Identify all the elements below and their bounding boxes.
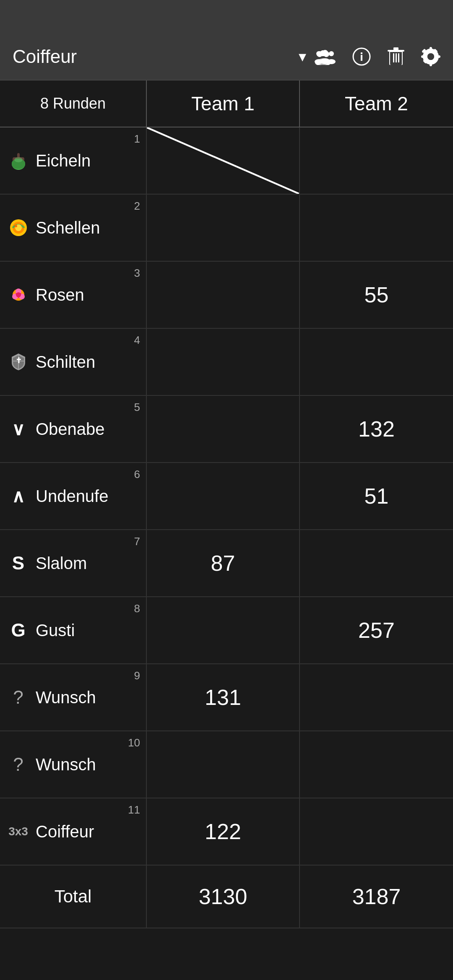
table-row: ? Wunsch 10	[0, 731, 453, 798]
svg-rect-16	[361, 52, 362, 54]
table-row: ? Wunsch 9 131	[0, 664, 453, 731]
svg-point-37	[427, 53, 434, 60]
schellen-team2-cell[interactable]	[300, 195, 453, 261]
total-row: Total 3130 3187	[0, 866, 453, 928]
row-name-wunsch1: Wunsch	[36, 688, 96, 707]
row-name-undenufe: Undenufe	[36, 487, 108, 506]
toolbar: Coiffeur ▾	[0, 34, 453, 80]
schilten-team1-cell[interactable]	[147, 329, 300, 395]
table-row: ∧ Undenufe 6 51	[0, 463, 453, 530]
svg-point-10	[329, 51, 334, 56]
row-label-undenufe[interactable]: ∧ Undenufe 6	[0, 463, 147, 529]
toolbar-icons	[315, 47, 440, 67]
bell-icon	[7, 218, 30, 238]
row-name-slalom: Slalom	[36, 554, 87, 573]
row-number-3: 3	[134, 267, 140, 280]
row-label-gusti[interactable]: G Gusti 8	[0, 597, 147, 663]
row-number-9: 9	[134, 669, 140, 682]
status-bar	[0, 0, 453, 34]
team2-header[interactable]: Team 2	[300, 81, 453, 127]
row-label-eicheln[interactable]: Eicheln 1	[0, 127, 147, 194]
slalom-team2-cell[interactable]	[300, 530, 453, 596]
rounds-header: 8 Runden	[0, 81, 147, 127]
score-table: 8 Runden Team 1 Team 2 Eicheln 1	[0, 80, 453, 928]
info-icon[interactable]	[352, 47, 371, 66]
svg-point-13	[327, 59, 336, 64]
row-label-rosen[interactable]: Rosen 3	[0, 262, 147, 328]
svg-point-56	[16, 292, 21, 297]
svg-point-42	[14, 157, 23, 162]
svg-rect-15	[361, 55, 362, 61]
row-number-5: 5	[134, 401, 140, 414]
table-row: ∨ Obenabe 5 132	[0, 396, 453, 463]
gusti-team2-cell[interactable]: 257	[300, 597, 453, 663]
row-label-obenabe[interactable]: ∨ Obenabe 5	[0, 396, 147, 462]
rosen-team1-cell[interactable]	[147, 262, 300, 328]
slalom-team1-cell[interactable]: 87	[147, 530, 300, 596]
row-name-gusti: Gusti	[36, 621, 75, 640]
chevron-down-icon: ∨	[7, 419, 30, 439]
row-label-slalom[interactable]: S Slalom 7	[0, 530, 147, 596]
shield-icon: ✝	[7, 352, 30, 372]
wunsch2-team2-cell[interactable]	[300, 731, 453, 798]
row-number-6: 6	[134, 468, 140, 481]
svg-rect-23	[393, 53, 394, 62]
schellen-team1-cell[interactable]	[147, 195, 300, 261]
wunsch2-team1-cell[interactable]	[147, 731, 300, 798]
wunsch1-team2-cell[interactable]	[300, 664, 453, 730]
rose-icon	[7, 285, 30, 305]
rosen-team2-cell[interactable]: 55	[300, 262, 453, 328]
row-label-coiffeur[interactable]: 3x3 Coiffeur 11	[0, 798, 147, 865]
table-row: S Slalom 7 87	[0, 530, 453, 597]
svg-rect-24	[396, 53, 397, 62]
row-label-wunsch2[interactable]: ? Wunsch 10	[0, 731, 147, 798]
svg-rect-25	[398, 53, 399, 62]
chevron-up-icon: ∧	[7, 486, 30, 507]
question-icon-1: ?	[7, 687, 30, 708]
svg-rect-22	[393, 47, 398, 50]
dropdown-icon[interactable]: ▾	[299, 48, 306, 65]
row-number-4: 4	[134, 334, 140, 347]
row-label-schellen[interactable]: Schellen 2	[0, 195, 147, 261]
gear-icon[interactable]	[421, 47, 440, 66]
undenufe-team2-cell[interactable]: 51	[300, 463, 453, 529]
eicheln-team2-cell[interactable]	[300, 127, 453, 194]
obenabe-team2-cell[interactable]: 132	[300, 396, 453, 462]
row-label-wunsch1[interactable]: ? Wunsch 9	[0, 664, 147, 730]
question-icon-2: ?	[7, 754, 30, 775]
row-name-eicheln: Eicheln	[36, 151, 91, 170]
table-row: Eicheln 1	[0, 127, 453, 195]
toolbar-title: Coiffeur	[13, 46, 294, 67]
trash-icon[interactable]	[388, 47, 404, 67]
gusti-team1-cell[interactable]	[147, 597, 300, 663]
row-number-8: 8	[134, 602, 140, 615]
row-name-rosen: Rosen	[36, 286, 84, 304]
svg-text:✝: ✝	[15, 356, 21, 365]
coiffeur-team2-cell[interactable]	[300, 798, 453, 865]
obenabe-team1-cell[interactable]	[147, 396, 300, 462]
groups-icon[interactable]	[315, 48, 336, 65]
wunsch1-team1-cell[interactable]: 131	[147, 664, 300, 730]
table-row: Rosen 3 55	[0, 262, 453, 329]
svg-point-8	[316, 51, 321, 56]
svg-point-47	[15, 225, 17, 227]
coiffeur-team1-cell[interactable]: 122	[147, 798, 300, 865]
g-icon: G	[7, 620, 30, 641]
undenufe-team1-cell[interactable]	[147, 463, 300, 529]
total-team1-cell[interactable]: 3130	[147, 866, 300, 928]
row-name-schellen: Schellen	[36, 218, 100, 237]
schilten-team2-cell[interactable]	[300, 329, 453, 395]
coiffeur-icon: 3x3	[7, 825, 30, 838]
team1-header[interactable]: Team 1	[147, 81, 300, 127]
total-team2-cell[interactable]: 3187	[300, 866, 453, 928]
total-label: Total	[0, 866, 147, 928]
eicheln-team1-cell[interactable]	[147, 127, 300, 194]
table-header: 8 Runden Team 1 Team 2	[0, 81, 453, 127]
table-row: G Gusti 8 257	[0, 597, 453, 664]
svg-line-43	[147, 127, 299, 194]
row-number-2: 2	[134, 200, 140, 213]
row-label-schilten[interactable]: ✝ Schilten 4	[0, 329, 147, 395]
row-number-1: 1	[134, 133, 140, 146]
row-number-10: 10	[128, 736, 140, 749]
row-number-11: 11	[128, 803, 140, 816]
